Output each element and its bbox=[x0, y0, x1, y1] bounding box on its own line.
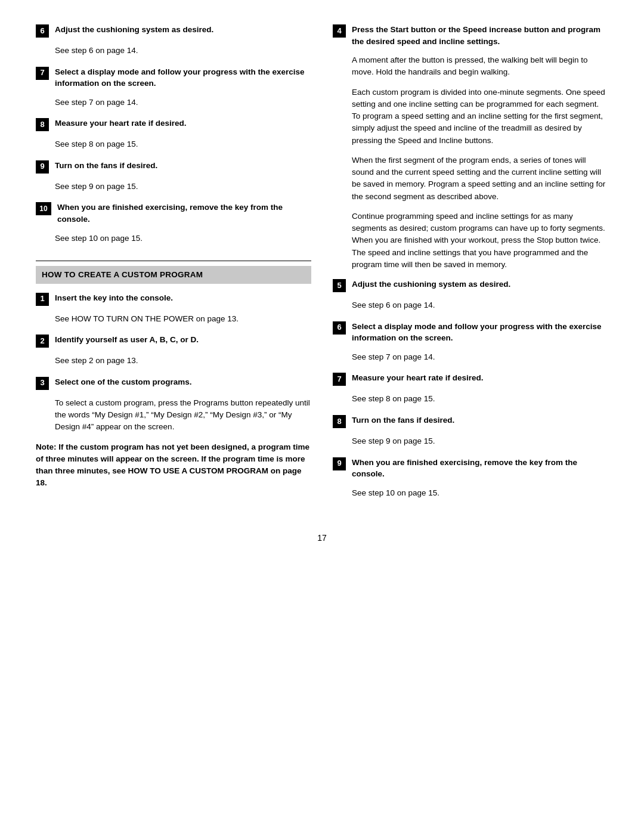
see-step-8-right: See step 9 on page 15. bbox=[352, 435, 608, 447]
section-header: HOW TO CREATE A CUSTOM PROGRAM bbox=[36, 266, 311, 284]
step-number-8-right: 8 bbox=[333, 415, 346, 428]
step-6-right: 6 Select a display mode and follow your … bbox=[333, 321, 608, 344]
step-9-top: 9 Turn on the fans if desired. bbox=[36, 160, 311, 174]
step-text-7-right: Measure your heart rate if desired. bbox=[352, 372, 608, 384]
see-step-2: See step 2 on page 13. bbox=[55, 355, 311, 367]
step-6-top: 6 Adjust the cushioning system as desire… bbox=[36, 24, 311, 38]
step-text-4: Press the Start button or the Speed incr… bbox=[352, 24, 608, 47]
step-number-2: 2 bbox=[36, 335, 49, 348]
see-step-7-top: See step 7 on page 14. bbox=[55, 97, 311, 109]
step-number-7-top: 7 bbox=[36, 67, 49, 80]
step-text-6-top: Adjust the cushioning system as desired. bbox=[55, 24, 311, 36]
note: Note: If the custom program has not yet … bbox=[36, 441, 311, 490]
section-divider bbox=[36, 261, 311, 261]
step-3-body: To select a custom program, press the Pr… bbox=[55, 397, 311, 433]
step-8-top: 8 Measure your heart rate if desired. bbox=[36, 117, 311, 131]
step-text-7-top: Select a display mode and follow your pr… bbox=[55, 66, 311, 89]
step-number-7-right: 7 bbox=[333, 373, 346, 386]
step-10-top: 10 When you are finished exercising, rem… bbox=[36, 202, 311, 225]
step-number-10-top: 10 bbox=[36, 202, 51, 215]
see-step-9-top: See step 9 on page 15. bbox=[55, 181, 311, 193]
step-text-8-right: Turn on the fans if desired. bbox=[352, 414, 608, 426]
step-number-9-top: 9 bbox=[36, 160, 49, 174]
step-4-para-2: Each custom program is divided into one-… bbox=[352, 86, 608, 147]
step-number-8-top: 8 bbox=[36, 118, 49, 131]
step-4-paras: A moment after the button is pressed, th… bbox=[352, 54, 608, 271]
step-2: 2 Identify yourself as user A, B, C, or … bbox=[36, 334, 311, 348]
see-step-5-right: See step 6 on page 14. bbox=[352, 299, 608, 311]
see-step-6-right: See step 7 on page 14. bbox=[352, 351, 608, 363]
step-number-9-right: 9 bbox=[333, 457, 346, 470]
step-text-1: Insert the key into the console. bbox=[55, 292, 311, 304]
step-text-10-top: When you are finished exercising, remove… bbox=[57, 202, 311, 225]
step-text-5-right: Adjust the cushioning system as desired. bbox=[352, 278, 608, 290]
step-7-top: 7 Select a display mode and follow your … bbox=[36, 66, 311, 89]
step-number-1: 1 bbox=[36, 293, 49, 306]
step-number-5-right: 5 bbox=[333, 279, 346, 292]
step-text-9-right: When you are finished exercising, remove… bbox=[352, 457, 608, 480]
step-8-right: 8 Turn on the fans if desired. bbox=[333, 414, 608, 428]
step-5-right: 5 Adjust the cushioning system as desire… bbox=[333, 278, 608, 292]
see-step-8-top: See step 8 on page 15. bbox=[55, 138, 311, 150]
step-text-8-top: Measure your heart rate if desired. bbox=[55, 117, 311, 129]
step-4-para-3: When the first segment of the program en… bbox=[352, 154, 608, 203]
step-number-6-right: 6 bbox=[333, 321, 346, 335]
step-4-para-1: A moment after the button is pressed, th… bbox=[352, 54, 608, 79]
step-7-right: 7 Measure your heart rate if desired. bbox=[333, 372, 608, 386]
see-step-9-right: See step 10 on page 15. bbox=[352, 487, 608, 499]
step-4: 4 Press the Start button or the Speed in… bbox=[333, 24, 608, 47]
step-4-para-4: Continue programming speed and incline s… bbox=[352, 210, 608, 271]
step-number-4: 4 bbox=[333, 24, 346, 38]
step-text-6-right: Select a display mode and follow your pr… bbox=[352, 321, 608, 344]
see-step-10-top: See step 10 on page 15. bbox=[55, 233, 311, 244]
see-step-6-top: See step 6 on page 14. bbox=[55, 45, 311, 57]
step-text-9-top: Turn on the fans if desired. bbox=[55, 160, 311, 172]
step-number-3: 3 bbox=[36, 377, 49, 390]
step-9-right: 9 When you are finished exercising, remo… bbox=[333, 457, 608, 480]
see-step-7-right: See step 8 on page 15. bbox=[352, 393, 608, 405]
left-column: 6 Adjust the cushioning system as desire… bbox=[36, 24, 311, 508]
step-text-2: Identify yourself as user A, B, C, or D. bbox=[55, 334, 311, 346]
step-1: 1 Insert the key into the console. bbox=[36, 292, 311, 306]
page-number: 17 bbox=[36, 532, 608, 544]
right-column: 4 Press the Start button or the Speed in… bbox=[333, 24, 608, 508]
step-number-6-top: 6 bbox=[36, 24, 49, 38]
step-3: 3 Select one of the custom programs. bbox=[36, 376, 311, 390]
see-step-1: See HOW TO TURN ON THE POWER on page 13. bbox=[55, 313, 311, 325]
step-text-3: Select one of the custom programs. bbox=[55, 376, 311, 388]
